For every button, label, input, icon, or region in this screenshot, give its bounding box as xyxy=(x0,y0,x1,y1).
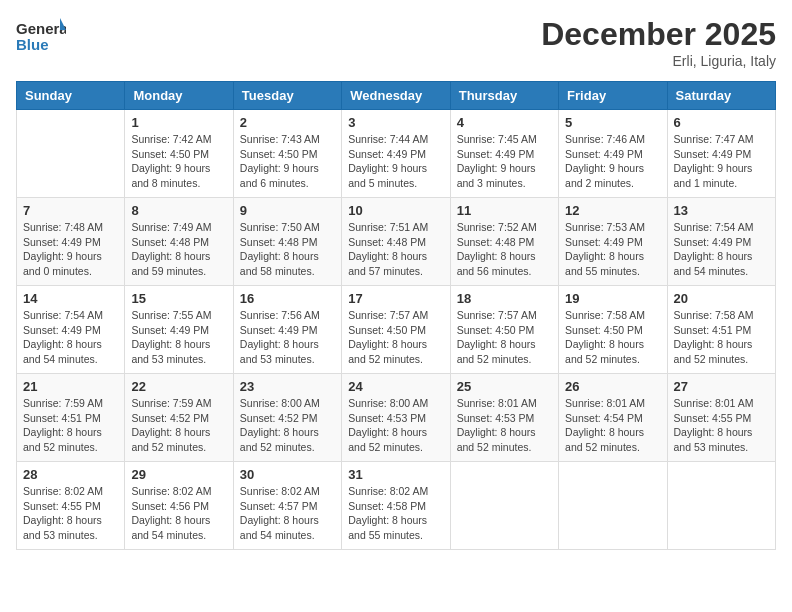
day-number: 13 xyxy=(674,203,769,218)
location-title: Erli, Liguria, Italy xyxy=(541,53,776,69)
weekday-header-wednesday: Wednesday xyxy=(342,82,450,110)
day-number: 26 xyxy=(565,379,660,394)
calendar-cell: 3Sunrise: 7:44 AMSunset: 4:49 PMDaylight… xyxy=(342,110,450,198)
calendar-cell: 7Sunrise: 7:48 AMSunset: 4:49 PMDaylight… xyxy=(17,198,125,286)
day-info: Sunrise: 7:46 AMSunset: 4:49 PMDaylight:… xyxy=(565,132,660,191)
calendar-cell: 21Sunrise: 7:59 AMSunset: 4:51 PMDayligh… xyxy=(17,374,125,462)
calendar-cell: 31Sunrise: 8:02 AMSunset: 4:58 PMDayligh… xyxy=(342,462,450,550)
day-number: 17 xyxy=(348,291,443,306)
day-number: 7 xyxy=(23,203,118,218)
day-info: Sunrise: 7:51 AMSunset: 4:48 PMDaylight:… xyxy=(348,220,443,279)
day-info: Sunrise: 8:02 AMSunset: 4:57 PMDaylight:… xyxy=(240,484,335,543)
day-info: Sunrise: 7:54 AMSunset: 4:49 PMDaylight:… xyxy=(23,308,118,367)
day-number: 20 xyxy=(674,291,769,306)
day-info: Sunrise: 7:57 AMSunset: 4:50 PMDaylight:… xyxy=(457,308,552,367)
calendar-cell: 23Sunrise: 8:00 AMSunset: 4:52 PMDayligh… xyxy=(233,374,341,462)
header: General Blue December 2025 Erli, Liguria… xyxy=(16,16,776,69)
day-number: 14 xyxy=(23,291,118,306)
calendar-cell: 29Sunrise: 8:02 AMSunset: 4:56 PMDayligh… xyxy=(125,462,233,550)
week-row-4: 21Sunrise: 7:59 AMSunset: 4:51 PMDayligh… xyxy=(17,374,776,462)
day-number: 9 xyxy=(240,203,335,218)
day-number: 12 xyxy=(565,203,660,218)
calendar-cell: 22Sunrise: 7:59 AMSunset: 4:52 PMDayligh… xyxy=(125,374,233,462)
week-row-1: 1Sunrise: 7:42 AMSunset: 4:50 PMDaylight… xyxy=(17,110,776,198)
day-info: Sunrise: 8:02 AMSunset: 4:58 PMDaylight:… xyxy=(348,484,443,543)
day-number: 27 xyxy=(674,379,769,394)
day-number: 11 xyxy=(457,203,552,218)
day-info: Sunrise: 8:01 AMSunset: 4:53 PMDaylight:… xyxy=(457,396,552,455)
calendar-cell: 17Sunrise: 7:57 AMSunset: 4:50 PMDayligh… xyxy=(342,286,450,374)
calendar-cell: 19Sunrise: 7:58 AMSunset: 4:50 PMDayligh… xyxy=(559,286,667,374)
svg-text:General: General xyxy=(16,20,66,37)
weekday-header-saturday: Saturday xyxy=(667,82,775,110)
day-info: Sunrise: 7:44 AMSunset: 4:49 PMDaylight:… xyxy=(348,132,443,191)
day-number: 5 xyxy=(565,115,660,130)
day-info: Sunrise: 7:43 AMSunset: 4:50 PMDaylight:… xyxy=(240,132,335,191)
day-number: 15 xyxy=(131,291,226,306)
calendar-cell: 11Sunrise: 7:52 AMSunset: 4:48 PMDayligh… xyxy=(450,198,558,286)
day-info: Sunrise: 8:00 AMSunset: 4:52 PMDaylight:… xyxy=(240,396,335,455)
day-info: Sunrise: 7:59 AMSunset: 4:51 PMDaylight:… xyxy=(23,396,118,455)
calendar-cell: 12Sunrise: 7:53 AMSunset: 4:49 PMDayligh… xyxy=(559,198,667,286)
day-number: 6 xyxy=(674,115,769,130)
title-area: December 2025 Erli, Liguria, Italy xyxy=(541,16,776,69)
weekday-header-tuesday: Tuesday xyxy=(233,82,341,110)
calendar-cell: 4Sunrise: 7:45 AMSunset: 4:49 PMDaylight… xyxy=(450,110,558,198)
weekday-header-sunday: Sunday xyxy=(17,82,125,110)
calendar-cell: 26Sunrise: 8:01 AMSunset: 4:54 PMDayligh… xyxy=(559,374,667,462)
day-number: 1 xyxy=(131,115,226,130)
calendar-cell: 8Sunrise: 7:49 AMSunset: 4:48 PMDaylight… xyxy=(125,198,233,286)
calendar-cell: 24Sunrise: 8:00 AMSunset: 4:53 PMDayligh… xyxy=(342,374,450,462)
calendar-cell: 5Sunrise: 7:46 AMSunset: 4:49 PMDaylight… xyxy=(559,110,667,198)
day-info: Sunrise: 8:02 AMSunset: 4:56 PMDaylight:… xyxy=(131,484,226,543)
week-row-3: 14Sunrise: 7:54 AMSunset: 4:49 PMDayligh… xyxy=(17,286,776,374)
month-title: December 2025 xyxy=(541,16,776,53)
calendar-cell: 16Sunrise: 7:56 AMSunset: 4:49 PMDayligh… xyxy=(233,286,341,374)
logo-svg: General Blue xyxy=(16,16,66,60)
calendar-cell: 30Sunrise: 8:02 AMSunset: 4:57 PMDayligh… xyxy=(233,462,341,550)
day-number: 22 xyxy=(131,379,226,394)
day-info: Sunrise: 8:01 AMSunset: 4:55 PMDaylight:… xyxy=(674,396,769,455)
day-number: 30 xyxy=(240,467,335,482)
calendar-cell xyxy=(17,110,125,198)
day-info: Sunrise: 7:50 AMSunset: 4:48 PMDaylight:… xyxy=(240,220,335,279)
day-info: Sunrise: 7:49 AMSunset: 4:48 PMDaylight:… xyxy=(131,220,226,279)
calendar-cell: 9Sunrise: 7:50 AMSunset: 4:48 PMDaylight… xyxy=(233,198,341,286)
calendar-cell: 18Sunrise: 7:57 AMSunset: 4:50 PMDayligh… xyxy=(450,286,558,374)
day-info: Sunrise: 7:47 AMSunset: 4:49 PMDaylight:… xyxy=(674,132,769,191)
day-number: 25 xyxy=(457,379,552,394)
day-number: 23 xyxy=(240,379,335,394)
day-info: Sunrise: 7:56 AMSunset: 4:49 PMDaylight:… xyxy=(240,308,335,367)
week-row-2: 7Sunrise: 7:48 AMSunset: 4:49 PMDaylight… xyxy=(17,198,776,286)
day-number: 2 xyxy=(240,115,335,130)
day-number: 4 xyxy=(457,115,552,130)
calendar-table: SundayMondayTuesdayWednesdayThursdayFrid… xyxy=(16,81,776,550)
day-info: Sunrise: 7:54 AMSunset: 4:49 PMDaylight:… xyxy=(674,220,769,279)
day-number: 10 xyxy=(348,203,443,218)
day-info: Sunrise: 7:57 AMSunset: 4:50 PMDaylight:… xyxy=(348,308,443,367)
calendar-cell: 13Sunrise: 7:54 AMSunset: 4:49 PMDayligh… xyxy=(667,198,775,286)
weekday-header-monday: Monday xyxy=(125,82,233,110)
calendar-cell: 28Sunrise: 8:02 AMSunset: 4:55 PMDayligh… xyxy=(17,462,125,550)
logo: General Blue xyxy=(16,16,66,60)
day-number: 21 xyxy=(23,379,118,394)
calendar-cell: 14Sunrise: 7:54 AMSunset: 4:49 PMDayligh… xyxy=(17,286,125,374)
day-number: 16 xyxy=(240,291,335,306)
calendar-cell: 25Sunrise: 8:01 AMSunset: 4:53 PMDayligh… xyxy=(450,374,558,462)
calendar-cell xyxy=(667,462,775,550)
day-info: Sunrise: 7:45 AMSunset: 4:49 PMDaylight:… xyxy=(457,132,552,191)
day-number: 28 xyxy=(23,467,118,482)
week-row-5: 28Sunrise: 8:02 AMSunset: 4:55 PMDayligh… xyxy=(17,462,776,550)
svg-text:Blue: Blue xyxy=(16,36,49,53)
day-info: Sunrise: 7:59 AMSunset: 4:52 PMDaylight:… xyxy=(131,396,226,455)
calendar-cell: 15Sunrise: 7:55 AMSunset: 4:49 PMDayligh… xyxy=(125,286,233,374)
day-number: 19 xyxy=(565,291,660,306)
day-number: 3 xyxy=(348,115,443,130)
day-info: Sunrise: 8:02 AMSunset: 4:55 PMDaylight:… xyxy=(23,484,118,543)
weekday-header-row: SundayMondayTuesdayWednesdayThursdayFrid… xyxy=(17,82,776,110)
calendar-cell: 10Sunrise: 7:51 AMSunset: 4:48 PMDayligh… xyxy=(342,198,450,286)
calendar-cell: 2Sunrise: 7:43 AMSunset: 4:50 PMDaylight… xyxy=(233,110,341,198)
day-number: 31 xyxy=(348,467,443,482)
calendar-cell: 20Sunrise: 7:58 AMSunset: 4:51 PMDayligh… xyxy=(667,286,775,374)
weekday-header-thursday: Thursday xyxy=(450,82,558,110)
